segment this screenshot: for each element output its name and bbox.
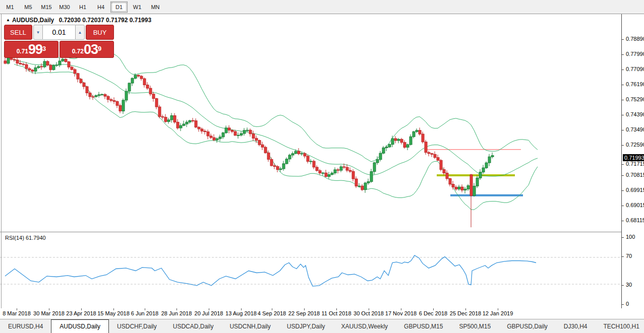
axis-tick	[622, 85, 624, 85]
chart-title: ▲AUDUSD,Daily 0.72030 0.72037 0.71792 0.…	[6, 17, 151, 24]
price-axis-label: 0.76190	[626, 81, 644, 87]
axis-tick	[622, 190, 624, 191]
one-click-trade-panel: SELL ▼ ▲ BUY 0.71 99 3 0.72 03 9	[4, 25, 114, 58]
axis-tick	[622, 145, 624, 146]
sell-price-small: 0.71	[17, 46, 28, 56]
axis-tick	[622, 285, 624, 286]
chart-tab-usdcnh-daily[interactable]: USDCNH,Daily	[221, 319, 278, 333]
chart-left-border	[1, 14, 2, 308]
date-axis-tick	[498, 308, 498, 310]
price-axis-label: 0.69915	[626, 187, 644, 193]
chart-symbol-label: AUDUSD,Daily	[12, 17, 54, 24]
axis-tick	[622, 175, 624, 176]
price-axis-label: 0.73490	[626, 126, 644, 132]
date-axis-label: 25 Dec 2018	[450, 310, 481, 316]
trade-controls-row: SELL ▼ ▲ BUY	[4, 25, 114, 40]
chart-region: ▲AUDUSD,Daily 0.72030 0.72037 0.71792 0.…	[0, 14, 644, 308]
price-axis-pane[interactable]: 0.788900.779900.770900.761900.752900.743…	[621, 14, 644, 308]
axis-tick	[622, 304, 624, 305]
axis-tick	[622, 70, 624, 70]
terminal-window: M1M5M15M30H1H4D1W1MN ▲AUDUSD,Daily 0.720…	[0, 0, 644, 333]
price-axis-label: 0.72590	[626, 142, 644, 148]
price-axis-label: 0.77090	[626, 66, 644, 72]
date-axis-tick	[465, 308, 466, 310]
rsi-line	[5, 255, 536, 286]
date-axis-label: 13 Aug 2018	[225, 310, 257, 316]
axis-tick	[622, 100, 624, 100]
volume-input[interactable]	[43, 25, 75, 40]
timeframe-button-mn[interactable]: MN	[147, 2, 164, 13]
date-axis-label: 4 Sep 2018	[258, 310, 286, 316]
timeframe-button-m30[interactable]: M30	[56, 2, 73, 13]
date-axis-label: 15 May 2018	[97, 310, 130, 316]
current-price-badge: 0.71993	[623, 154, 644, 161]
rsi-chart-canvas[interactable]	[0, 233, 621, 308]
buy-price-small: 0.72	[72, 46, 84, 56]
axis-tick	[622, 115, 624, 115]
buy-button[interactable]: BUY	[86, 25, 114, 40]
chart-tab-gbpusd-m15[interactable]: GBPUSD,M15	[396, 319, 451, 333]
timeframe-button-m5[interactable]: M5	[20, 2, 37, 13]
price-axis-label: 0.75290	[626, 96, 644, 102]
date-axis-tick	[241, 308, 242, 310]
date-axis-label: 6 Jun 2018	[131, 310, 158, 316]
date-axis-label: 28 Jun 2018	[161, 310, 192, 316]
timeframe-button-h4[interactable]: H4	[92, 2, 109, 13]
date-axis-tick	[401, 308, 401, 310]
chart-tab-eurusd-h4[interactable]: EURUSD,H4	[0, 319, 51, 333]
price-axis-label: 0.70815	[626, 172, 644, 178]
date-axis-label: 17 Nov 2018	[385, 310, 417, 316]
chart-tab-gbpusd-daily[interactable]: GBPUSD,Daily	[499, 319, 556, 333]
buy-price-box[interactable]: 0.72 03 9	[60, 41, 114, 58]
date-axis-tick	[49, 308, 49, 310]
timeframe-toolbar: M1M5M15M30H1H4D1W1MN	[0, 0, 644, 14]
chart-tab-sp500-m15[interactable]: SP500,M15	[451, 319, 499, 333]
price-axis-label: 0.78890	[626, 36, 644, 42]
volume-increase-button[interactable]: ▲	[75, 25, 85, 40]
axis-tick	[622, 206, 624, 206]
rsi-axis-label: 30	[626, 282, 632, 288]
sell-button[interactable]: SELL	[4, 25, 32, 40]
axis-tick	[622, 237, 624, 238]
volume-decrease-button[interactable]: ▼	[33, 25, 43, 40]
chart-tab-usdjpy-daily[interactable]: USDJPY,Daily	[279, 319, 333, 333]
date-axis-label: 6 Dec 2018	[419, 310, 447, 316]
timeframe-button-m15[interactable]: M15	[38, 2, 55, 13]
timeframe-button-m1[interactable]: M1	[2, 2, 19, 13]
date-axis-label: 8 Mar 2018	[3, 310, 31, 316]
date-axis-label: 12 Jan 2019	[483, 310, 513, 316]
sell-price-box[interactable]: 0.71 99 3	[4, 41, 58, 58]
date-axis-label: 23 Apr 2018	[66, 310, 96, 316]
timeframe-button-w1[interactable]: W1	[129, 2, 146, 13]
chart-marker-icon[interactable]: ▲	[6, 18, 10, 22]
chart-tab-dj30-h4[interactable]: DJ30,H4	[556, 319, 596, 333]
chart-tab-tech100-h1[interactable]: TECH100,H1	[596, 319, 644, 333]
date-axis-tick	[369, 308, 369, 310]
date-axis-tick	[304, 308, 305, 310]
rsi-indicator-label: RSI(14) 61.7940	[5, 235, 46, 241]
date-axis-tick	[113, 308, 114, 310]
timeframe-button-d1[interactable]: D1	[110, 2, 128, 13]
axis-tick	[622, 130, 624, 130]
rsi-axis-label: 0	[626, 301, 629, 307]
buy-price-pip: 9	[98, 41, 101, 56]
chart-tab-xauusd-weekly[interactable]: XAUUSD,Weekly	[333, 319, 396, 333]
rsi-axis-label: 100	[626, 234, 635, 240]
chart-tab-audusd-daily[interactable]: AUDUSD,Daily	[51, 319, 109, 333]
axis-tick	[622, 39, 624, 40]
date-axis-label: 11 Oct 2018	[321, 310, 351, 316]
price-axis-label: 0.77990	[626, 51, 644, 57]
trade-prices-row: 0.71 99 3 0.72 03 9	[4, 41, 114, 58]
chart-tab-usdcad-daily[interactable]: USDCAD,Daily	[165, 319, 222, 333]
chart-tab-usdchf-daily[interactable]: USDCHF,Daily	[109, 319, 165, 333]
date-axis-tick	[81, 308, 82, 310]
date-axis-tick	[272, 308, 272, 310]
date-axis-tick	[177, 308, 177, 310]
axis-tick	[622, 54, 624, 55]
date-axis-tick	[336, 308, 337, 310]
date-axis-label: 20 Jul 2018	[195, 310, 223, 316]
date-axis-tick	[17, 308, 17, 310]
axis-tick	[622, 256, 624, 257]
date-axis[interactable]: 8 Mar 201830 Mar 201823 Apr 201815 May 2…	[0, 308, 644, 319]
timeframe-button-h1[interactable]: H1	[74, 2, 91, 13]
